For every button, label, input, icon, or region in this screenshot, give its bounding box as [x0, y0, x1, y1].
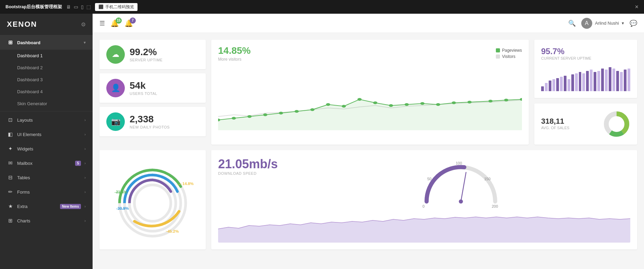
widgets-icon: ✦	[7, 146, 14, 152]
right-column: 95.7% CURRENT SERVER UPTIME 318,11 AVG. …	[534, 40, 637, 145]
mailbox-arrow: ›	[84, 161, 86, 165]
notification-bell2[interactable]: 🔔 7	[124, 19, 133, 27]
users-info: 54k USERS TOTAL	[130, 81, 157, 96]
extra-icon: ★	[7, 203, 14, 209]
bar-item	[605, 70, 608, 91]
extra-label: Extra	[17, 204, 57, 209]
notification-bell1[interactable]: 🔔 15	[110, 19, 119, 27]
sidebar-item-extra[interactable]: ★ Extra New Items ›	[0, 199, 93, 213]
tables-icon: ⊟	[7, 174, 14, 181]
svg-text:200: 200	[492, 204, 498, 208]
bar-item	[624, 70, 627, 91]
sidebar-item-dashboard3[interactable]: Dashboard 3	[0, 74, 93, 86]
uptime-icon: ☁	[106, 45, 125, 64]
svg-point-11	[373, 101, 377, 104]
sales-info: 318,11 AVG. OF SALES	[541, 117, 569, 131]
search-button[interactable]: 🔍	[568, 20, 576, 27]
gear-icon[interactable]: ⚙	[81, 21, 86, 28]
ui-elements-label: UI Elements	[17, 132, 81, 137]
sidebar-item-skin-generator[interactable]: Skin Generator	[0, 98, 93, 110]
uptime-info: 99.2% SERVER UPTIME	[130, 47, 163, 62]
uptime-bar-chart	[541, 64, 630, 91]
mobile-icon[interactable]: ▯	[81, 4, 84, 10]
dashboard2-label: Dashboard 2	[17, 65, 43, 70]
logo-text: XENON	[7, 20, 37, 29]
svg-point-17	[467, 101, 472, 103]
chart-percent: 14.85%	[218, 45, 251, 56]
qr-preview-button[interactable]: ⬛ 手机二维码预览	[95, 3, 138, 11]
sidebar-item-dashboard[interactable]: ⊞ Dashboard ▾	[0, 35, 93, 50]
sidebar-item-ui-elements[interactable]: ◧ UI Elements ›	[0, 127, 93, 142]
stats-column: ☁ 99.2% SERVER UPTIME 👤 54k USERS TOTAL	[99, 40, 206, 145]
dashboard-arrow: ▾	[84, 40, 86, 45]
download-content: 21.05mb/s DOWNLOAD SPEED	[218, 157, 630, 212]
bar-item	[579, 72, 582, 91]
sidebar-item-dashboard1[interactable]: Dashboard 1	[0, 50, 93, 62]
sidebar-dashboard-label: Dashboard	[17, 40, 80, 45]
topbar-left: Bootstrap后台模板管理框架 🖥 ▭ ▯ ⬚ ⬛ 手机二维码预览	[5, 3, 138, 11]
row2: 14.8% -21.3% -30.9% 45.2%	[99, 150, 637, 249]
mailbox-badge: 5	[75, 161, 81, 166]
charts-arrow: ›	[84, 219, 86, 223]
sales-label: AVG. OF SALES	[541, 126, 569, 130]
svg-line-37	[461, 172, 466, 201]
svg-text:0: 0	[422, 204, 425, 208]
sidebar-logo: XENON ⚙	[0, 14, 93, 35]
layout: XENON ⚙ ⊞ Dashboard ▾ Dashboard 1 Dashbo…	[0, 14, 644, 269]
ring-chart-svg: 14.8% -21.3% -30.9% 45.2%	[106, 159, 199, 241]
sidebar-item-forms[interactable]: ✏ Forms ›	[0, 185, 93, 199]
bar-item	[552, 79, 555, 91]
sidebar-item-tables[interactable]: ⊟ Tables ›	[0, 170, 93, 185]
line-chart-card: 14.85% More visitors Pageviews Visitors	[211, 40, 529, 145]
users-value: 54k	[130, 81, 157, 90]
photos-value: 2,338	[130, 114, 170, 124]
ui-elements-icon: ◧	[7, 131, 14, 137]
extra-arrow: ›	[84, 204, 86, 208]
skin-gen-label: Skin Generator	[17, 101, 47, 106]
sidebar-item-dashboard4[interactable]: Dashboard 4	[0, 86, 93, 98]
svg-point-24	[609, 117, 624, 132]
svg-point-2	[232, 117, 236, 120]
svg-point-5	[279, 112, 283, 114]
sidebar-item-widgets[interactable]: ✦ Widgets ›	[0, 142, 93, 156]
ui-elements-arrow: ›	[84, 132, 86, 136]
bar-item	[590, 70, 593, 91]
tablet-icon[interactable]: ▭	[74, 4, 78, 10]
sidebar-item-mailbox[interactable]: ✉ Mailbox 5 ›	[0, 156, 93, 170]
chat-button[interactable]: 💬	[630, 20, 637, 27]
visitors-label: Visitors	[502, 54, 515, 59]
menu-toggle-button[interactable]: ☰	[99, 20, 105, 27]
mailbox-icon: ✉	[7, 160, 14, 166]
visitors-dot	[496, 54, 500, 59]
download-speed-value: 21.05mb/s	[218, 157, 278, 171]
stat-card-users: 👤 54k USERS TOTAL	[99, 73, 206, 103]
qr-label: 手机二维码预览	[105, 4, 134, 10]
wave-svg	[218, 215, 630, 243]
user-menu[interactable]: A Arlind Nushi ▾	[581, 18, 624, 29]
user-name: Arlind Nushi	[595, 21, 619, 26]
sidebar-item-layouts[interactable]: ⊡ Layouts ›	[0, 113, 93, 127]
bar-item	[582, 73, 585, 91]
sales-value: 318,11	[541, 117, 569, 126]
uptime-label: SERVER UPTIME	[130, 58, 163, 62]
gauge-area: 0 50 100 150 200	[291, 157, 630, 212]
svg-point-15	[436, 103, 440, 106]
sidebar-item-charts[interactable]: ⊞ Charts ›	[0, 213, 93, 228]
sidebar-item-dashboard2[interactable]: Dashboard 2	[0, 62, 93, 74]
forms-icon: ✏	[7, 189, 14, 195]
svg-point-19	[504, 99, 508, 101]
monitor-icon[interactable]: 🖥	[66, 4, 71, 10]
server-uptime-card: 95.7% CURRENT SERVER UPTIME	[534, 40, 637, 98]
svg-point-16	[452, 101, 456, 104]
close-button[interactable]: ×	[635, 3, 639, 11]
bar-item	[616, 71, 619, 91]
svg-text:100: 100	[456, 161, 462, 165]
topbar-device-icons: 🖥 ▭ ▯ ⬚	[66, 4, 91, 10]
bar-item	[541, 86, 544, 91]
tables-label: Tables	[17, 175, 81, 180]
dashboard-icon: ⊞	[7, 39, 14, 46]
forms-arrow: ›	[84, 190, 86, 194]
svg-text:-30.9%: -30.9%	[116, 206, 129, 210]
desktop-icon[interactable]: ⬚	[86, 4, 91, 10]
charts-icon: ⊞	[7, 218, 14, 224]
